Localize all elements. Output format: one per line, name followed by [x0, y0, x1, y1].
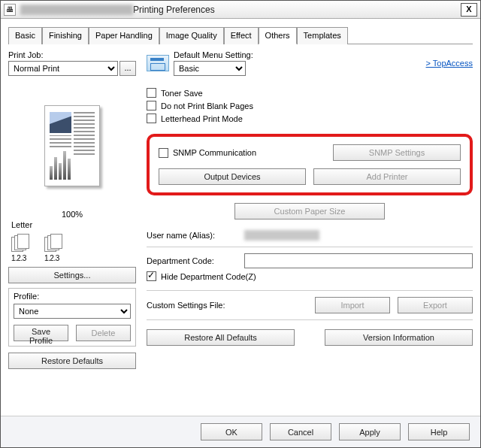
zoom-value: 100%	[8, 210, 136, 219]
tab-basic[interactable]: Basic	[8, 27, 42, 44]
dept-code-label: Department Code:	[147, 256, 237, 265]
save-profile-button[interactable]: Save Profile	[14, 325, 68, 341]
dialog-body: Basic Finishing Paper Handling Image Qua…	[1, 19, 480, 416]
hide-dept-checkbox[interactable]	[147, 271, 156, 281]
username-value-hidden	[244, 230, 319, 241]
tab-strip: Basic Finishing Paper Handling Image Qua…	[8, 26, 473, 44]
printer-name-hidden	[20, 5, 133, 15]
restore-all-defaults-button[interactable]: Restore All Defaults	[147, 329, 295, 346]
import-button[interactable]: Import	[315, 297, 390, 313]
help-button[interactable]: Help	[408, 423, 470, 440]
hide-dept-label: Hide Department Code(Z)	[161, 272, 256, 281]
profile-label: Profile:	[14, 292, 131, 301]
preferences-window: 🖶 Printing Preferences X Basic Finishing…	[0, 0, 481, 448]
tab-templates[interactable]: Templates	[297, 27, 348, 44]
toner-save-checkbox[interactable]	[147, 88, 156, 98]
snmp-label: SNMP Communication	[173, 148, 333, 157]
print-job-more-button[interactable]: ...	[119, 61, 136, 76]
default-menu-label: Default Menu Setting:	[174, 50, 426, 59]
export-button[interactable]: Export	[398, 297, 473, 313]
tab-finishing[interactable]: Finishing	[42, 27, 89, 44]
version-info-button[interactable]: Version Information	[325, 329, 473, 346]
page-preview	[8, 82, 136, 210]
topaccess-link[interactable]: > TopAccess	[426, 59, 473, 68]
window-title: Printing Preferences	[133, 5, 215, 15]
preview-page	[44, 105, 100, 186]
paper-size-value: Letter	[11, 220, 136, 229]
username-label: User name (Alias):	[147, 231, 237, 240]
toner-save-label: Toner Save	[161, 89, 203, 98]
settings-button[interactable]: Settings...	[8, 267, 136, 283]
left-column: Print Job: Normal Print ...	[8, 50, 136, 369]
highlight-box: SNMP Communication SNMP Settings Output …	[147, 134, 473, 195]
tab-paper-handling[interactable]: Paper Handling	[89, 27, 159, 44]
tab-content: Print Job: Normal Print ...	[8, 50, 473, 369]
close-button[interactable]: X	[461, 3, 477, 17]
tab-image-quality[interactable]: Image Quality	[159, 27, 224, 44]
menu-icon	[147, 55, 169, 71]
printer-icon: 🖶	[4, 4, 16, 16]
print-job-label: Print Job:	[8, 50, 136, 59]
profile-group: Profile: None Save Profile Delete	[8, 288, 136, 347]
dialog-footer: OK Cancel Apply Help	[1, 416, 480, 447]
dept-code-input[interactable]	[244, 253, 473, 268]
cancel-button[interactable]: Cancel	[270, 423, 331, 440]
stack-icon-1: 1.2.3	[11, 234, 29, 253]
profile-select[interactable]: None	[14, 304, 131, 319]
delete-profile-button[interactable]: Delete	[76, 325, 131, 341]
apply-button[interactable]: Apply	[339, 423, 401, 440]
right-column: Default Menu Setting: Basic > TopAccess …	[147, 50, 473, 369]
custom-paper-size-button[interactable]: Custom Paper Size	[234, 203, 385, 219]
blank-pages-checkbox[interactable]	[147, 101, 156, 110]
add-printer-button[interactable]: Add Printer	[313, 168, 461, 185]
blank-pages-label: Do not Print Blank Pages	[161, 101, 253, 110]
custom-settings-label: Custom Settings File:	[147, 301, 237, 310]
print-job-select[interactable]: Normal Print	[8, 61, 118, 76]
letterhead-checkbox[interactable]	[147, 114, 156, 123]
tab-others[interactable]: Others	[259, 27, 297, 44]
snmp-checkbox[interactable]	[159, 148, 168, 158]
output-devices-button[interactable]: Output Devices	[159, 168, 306, 185]
titlebar: 🖶 Printing Preferences X	[1, 1, 480, 19]
page-order-icons: 1.2.3 1.2.3	[11, 234, 136, 253]
tab-effect[interactable]: Effect	[224, 27, 259, 44]
ok-button[interactable]: OK	[201, 423, 262, 440]
letterhead-label: Letterhead Print Mode	[161, 114, 243, 123]
stack-icon-2: 1.2.3	[44, 234, 62, 253]
snmp-settings-button[interactable]: SNMP Settings	[333, 144, 461, 161]
restore-defaults-button[interactable]: Restore Defaults	[8, 353, 136, 369]
default-menu-select[interactable]: Basic	[174, 61, 246, 76]
